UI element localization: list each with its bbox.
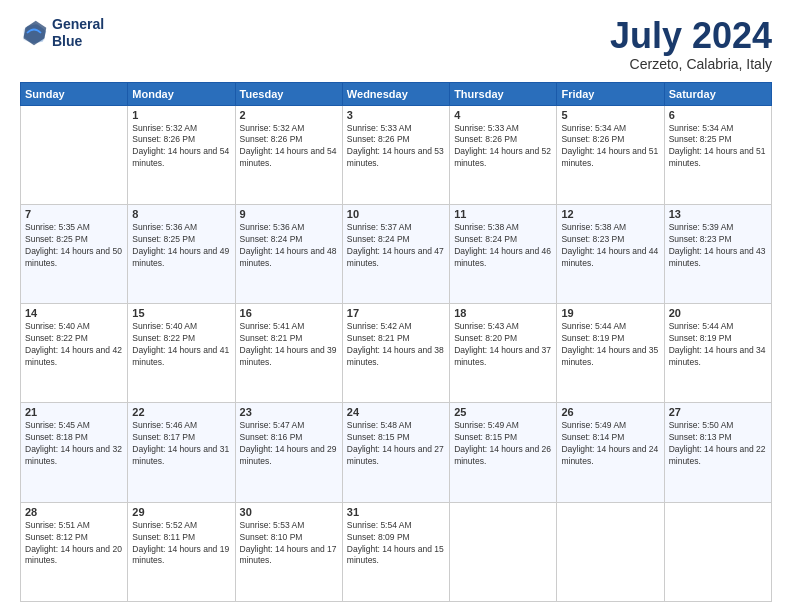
day-number: 15	[132, 307, 230, 319]
cell-info: Sunrise: 5:38 AM Sunset: 8:23 PM Dayligh…	[561, 222, 659, 270]
calendar-cell: 24Sunrise: 5:48 AM Sunset: 8:15 PM Dayli…	[342, 403, 449, 502]
calendar-header-row: SundayMondayTuesdayWednesdayThursdayFrid…	[21, 82, 772, 105]
day-number: 21	[25, 406, 123, 418]
cell-info: Sunrise: 5:44 AM Sunset: 8:19 PM Dayligh…	[669, 321, 767, 369]
cell-info: Sunrise: 5:51 AM Sunset: 8:12 PM Dayligh…	[25, 520, 123, 568]
day-number: 7	[25, 208, 123, 220]
cell-info: Sunrise: 5:32 AM Sunset: 8:26 PM Dayligh…	[132, 123, 230, 171]
logo-icon	[20, 19, 48, 47]
cell-info: Sunrise: 5:46 AM Sunset: 8:17 PM Dayligh…	[132, 420, 230, 468]
cell-info: Sunrise: 5:47 AM Sunset: 8:16 PM Dayligh…	[240, 420, 338, 468]
logo-line1: General	[52, 16, 104, 33]
day-number: 11	[454, 208, 552, 220]
calendar-cell: 7Sunrise: 5:35 AM Sunset: 8:25 PM Daylig…	[21, 204, 128, 303]
page: General Blue July 2024 Cerzeto, Calabria…	[0, 0, 792, 612]
calendar-cell: 17Sunrise: 5:42 AM Sunset: 8:21 PM Dayli…	[342, 304, 449, 403]
cell-info: Sunrise: 5:35 AM Sunset: 8:25 PM Dayligh…	[25, 222, 123, 270]
logo-text: General Blue	[52, 16, 104, 50]
cell-info: Sunrise: 5:38 AM Sunset: 8:24 PM Dayligh…	[454, 222, 552, 270]
calendar-week-4: 21Sunrise: 5:45 AM Sunset: 8:18 PM Dayli…	[21, 403, 772, 502]
title-block: July 2024 Cerzeto, Calabria, Italy	[610, 16, 772, 72]
cell-info: Sunrise: 5:49 AM Sunset: 8:15 PM Dayligh…	[454, 420, 552, 468]
day-number: 8	[132, 208, 230, 220]
cell-info: Sunrise: 5:49 AM Sunset: 8:14 PM Dayligh…	[561, 420, 659, 468]
day-number: 5	[561, 109, 659, 121]
day-number: 4	[454, 109, 552, 121]
calendar-cell: 3Sunrise: 5:33 AM Sunset: 8:26 PM Daylig…	[342, 105, 449, 204]
day-number: 17	[347, 307, 445, 319]
calendar-cell: 28Sunrise: 5:51 AM Sunset: 8:12 PM Dayli…	[21, 502, 128, 601]
calendar-cell: 5Sunrise: 5:34 AM Sunset: 8:26 PM Daylig…	[557, 105, 664, 204]
calendar-cell: 27Sunrise: 5:50 AM Sunset: 8:13 PM Dayli…	[664, 403, 771, 502]
cell-info: Sunrise: 5:36 AM Sunset: 8:24 PM Dayligh…	[240, 222, 338, 270]
logo-line2: Blue	[52, 33, 104, 50]
calendar-cell: 8Sunrise: 5:36 AM Sunset: 8:25 PM Daylig…	[128, 204, 235, 303]
cell-info: Sunrise: 5:37 AM Sunset: 8:24 PM Dayligh…	[347, 222, 445, 270]
day-number: 29	[132, 506, 230, 518]
day-number: 30	[240, 506, 338, 518]
cell-info: Sunrise: 5:34 AM Sunset: 8:26 PM Dayligh…	[561, 123, 659, 171]
calendar-week-1: 1Sunrise: 5:32 AM Sunset: 8:26 PM Daylig…	[21, 105, 772, 204]
cell-info: Sunrise: 5:52 AM Sunset: 8:11 PM Dayligh…	[132, 520, 230, 568]
cell-info: Sunrise: 5:45 AM Sunset: 8:18 PM Dayligh…	[25, 420, 123, 468]
calendar-cell: 14Sunrise: 5:40 AM Sunset: 8:22 PM Dayli…	[21, 304, 128, 403]
day-number: 20	[669, 307, 767, 319]
day-number: 25	[454, 406, 552, 418]
day-number: 1	[132, 109, 230, 121]
calendar-cell	[21, 105, 128, 204]
day-number: 19	[561, 307, 659, 319]
day-number: 2	[240, 109, 338, 121]
main-title: July 2024	[610, 16, 772, 56]
day-number: 13	[669, 208, 767, 220]
calendar-week-3: 14Sunrise: 5:40 AM Sunset: 8:22 PM Dayli…	[21, 304, 772, 403]
calendar-header-wednesday: Wednesday	[342, 82, 449, 105]
cell-info: Sunrise: 5:53 AM Sunset: 8:10 PM Dayligh…	[240, 520, 338, 568]
cell-info: Sunrise: 5:43 AM Sunset: 8:20 PM Dayligh…	[454, 321, 552, 369]
header: General Blue July 2024 Cerzeto, Calabria…	[20, 16, 772, 72]
calendar-header-monday: Monday	[128, 82, 235, 105]
calendar-header-sunday: Sunday	[21, 82, 128, 105]
calendar-cell: 22Sunrise: 5:46 AM Sunset: 8:17 PM Dayli…	[128, 403, 235, 502]
calendar-body: 1Sunrise: 5:32 AM Sunset: 8:26 PM Daylig…	[21, 105, 772, 601]
calendar-cell: 16Sunrise: 5:41 AM Sunset: 8:21 PM Dayli…	[235, 304, 342, 403]
calendar-cell: 20Sunrise: 5:44 AM Sunset: 8:19 PM Dayli…	[664, 304, 771, 403]
day-number: 23	[240, 406, 338, 418]
calendar-cell: 15Sunrise: 5:40 AM Sunset: 8:22 PM Dayli…	[128, 304, 235, 403]
cell-info: Sunrise: 5:44 AM Sunset: 8:19 PM Dayligh…	[561, 321, 659, 369]
cell-info: Sunrise: 5:40 AM Sunset: 8:22 PM Dayligh…	[25, 321, 123, 369]
calendar-cell: 29Sunrise: 5:52 AM Sunset: 8:11 PM Dayli…	[128, 502, 235, 601]
calendar-header-thursday: Thursday	[450, 82, 557, 105]
day-number: 26	[561, 406, 659, 418]
calendar-header-tuesday: Tuesday	[235, 82, 342, 105]
calendar-week-2: 7Sunrise: 5:35 AM Sunset: 8:25 PM Daylig…	[21, 204, 772, 303]
cell-info: Sunrise: 5:39 AM Sunset: 8:23 PM Dayligh…	[669, 222, 767, 270]
calendar-cell: 10Sunrise: 5:37 AM Sunset: 8:24 PM Dayli…	[342, 204, 449, 303]
calendar-cell: 4Sunrise: 5:33 AM Sunset: 8:26 PM Daylig…	[450, 105, 557, 204]
calendar-week-5: 28Sunrise: 5:51 AM Sunset: 8:12 PM Dayli…	[21, 502, 772, 601]
calendar-cell: 25Sunrise: 5:49 AM Sunset: 8:15 PM Dayli…	[450, 403, 557, 502]
cell-info: Sunrise: 5:42 AM Sunset: 8:21 PM Dayligh…	[347, 321, 445, 369]
calendar-cell: 19Sunrise: 5:44 AM Sunset: 8:19 PM Dayli…	[557, 304, 664, 403]
calendar-cell: 21Sunrise: 5:45 AM Sunset: 8:18 PM Dayli…	[21, 403, 128, 502]
cell-info: Sunrise: 5:41 AM Sunset: 8:21 PM Dayligh…	[240, 321, 338, 369]
day-number: 31	[347, 506, 445, 518]
cell-info: Sunrise: 5:54 AM Sunset: 8:09 PM Dayligh…	[347, 520, 445, 568]
day-number: 6	[669, 109, 767, 121]
day-number: 12	[561, 208, 659, 220]
day-number: 14	[25, 307, 123, 319]
subtitle: Cerzeto, Calabria, Italy	[610, 56, 772, 72]
cell-info: Sunrise: 5:34 AM Sunset: 8:25 PM Dayligh…	[669, 123, 767, 171]
day-number: 9	[240, 208, 338, 220]
calendar-cell: 11Sunrise: 5:38 AM Sunset: 8:24 PM Dayli…	[450, 204, 557, 303]
cell-info: Sunrise: 5:32 AM Sunset: 8:26 PM Dayligh…	[240, 123, 338, 171]
day-number: 27	[669, 406, 767, 418]
cell-info: Sunrise: 5:40 AM Sunset: 8:22 PM Dayligh…	[132, 321, 230, 369]
cell-info: Sunrise: 5:33 AM Sunset: 8:26 PM Dayligh…	[347, 123, 445, 171]
cell-info: Sunrise: 5:48 AM Sunset: 8:15 PM Dayligh…	[347, 420, 445, 468]
calendar-cell: 30Sunrise: 5:53 AM Sunset: 8:10 PM Dayli…	[235, 502, 342, 601]
calendar-cell: 1Sunrise: 5:32 AM Sunset: 8:26 PM Daylig…	[128, 105, 235, 204]
day-number: 3	[347, 109, 445, 121]
calendar-cell	[450, 502, 557, 601]
calendar-cell: 9Sunrise: 5:36 AM Sunset: 8:24 PM Daylig…	[235, 204, 342, 303]
cell-info: Sunrise: 5:33 AM Sunset: 8:26 PM Dayligh…	[454, 123, 552, 171]
